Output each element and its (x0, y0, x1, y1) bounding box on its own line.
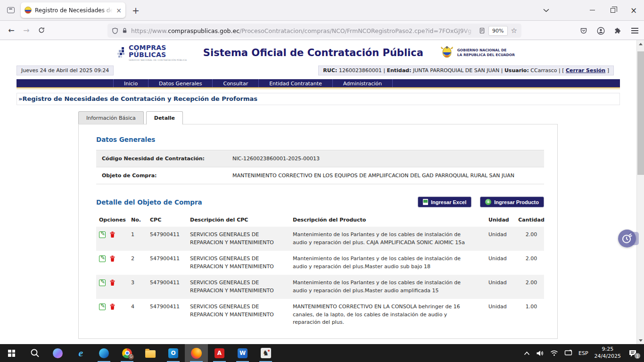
windows-taskbar: e G O A W ♞ ESP 9:25 24/4/2025 1 (0, 344, 644, 362)
floating-timer-widget[interactable] (618, 230, 636, 247)
ingresar-producto-button[interactable]: + Ingresar Producto (480, 197, 544, 207)
language-indicator[interactable]: ESP (578, 350, 588, 356)
lock-icon[interactable] (122, 27, 128, 34)
nav-item-datos-generales[interactable]: Datos Generales (149, 79, 213, 87)
nav-item-entidad-contratante[interactable]: Entidad Contratante (259, 79, 333, 87)
scrollbar-thumb[interactable] (637, 51, 644, 175)
datetime-box: Jueves 24 de Abril del 2025 09:24 (17, 66, 114, 75)
nav-item-administracion[interactable]: Administración (333, 79, 393, 87)
reader-mode-icon[interactable] (479, 27, 485, 34)
web-page: COMPRAS PÚBLICAS SERVICIO NACIONAL DE CO… (0, 40, 636, 344)
table-row: 1 547900411 SERVICIOS GENERALES DE REPAR… (96, 227, 544, 251)
tab-detalle[interactable]: Detalle (146, 111, 183, 124)
wifi-icon[interactable] (550, 350, 558, 356)
edge-icon[interactable] (92, 344, 116, 362)
plus-icon: + (485, 199, 491, 205)
logout-link[interactable]: Cerrar Sesión (566, 67, 605, 74)
pocket-icon[interactable] (580, 27, 587, 34)
account-icon[interactable] (597, 27, 605, 35)
nav-item-consultar[interactable]: Consultar (213, 79, 259, 87)
system-tray: ESP 9:25 24/4/2025 1 (524, 344, 644, 362)
acrobat-icon[interactable]: A (208, 344, 231, 362)
outlook-icon[interactable]: O (162, 344, 185, 362)
zoom-level-badge[interactable]: 90% (488, 26, 507, 36)
minimize-button[interactable] (582, 1, 603, 20)
clock[interactable]: 9:25 24/4/2025 (594, 346, 621, 360)
content-tabs: Información Básica Detalle (78, 111, 636, 124)
tab-title: Registro de Necesidades de Con (35, 7, 113, 14)
detail-panel: Datos Generales Código Necesidad de Cont… (78, 124, 558, 339)
datos-generales-table: Código Necesidad de Contratación: NIC-12… (96, 150, 544, 184)
reload-button[interactable] (34, 23, 49, 37)
internet-explorer-icon[interactable]: e (69, 344, 92, 362)
delete-icon[interactable] (109, 279, 116, 286)
page-title: »Registro de Necesidades de Contratación… (17, 93, 620, 105)
table-row: 4 547900411 SERVICIOS GENERALES DE REPAR… (96, 299, 544, 331)
detalle-heading: Detalle del Objeto de Compra (96, 198, 202, 206)
status-row: Jueves 24 de Abril del 2025 09:24 RUC: 1… (0, 63, 636, 75)
copilot-icon[interactable] (46, 344, 69, 362)
table-row: 2 547900411 SERVICIOS GENERALES DE REPAR… (96, 251, 544, 275)
firefox-view-icon[interactable] (5, 5, 17, 16)
delete-icon[interactable] (109, 231, 116, 238)
list-tabs-icon[interactable] (536, 1, 556, 20)
menu-icon[interactable] (631, 28, 638, 33)
file-explorer-icon[interactable] (139, 344, 162, 362)
site-favicon (25, 7, 32, 14)
ecuador-coat-of-arms-icon (440, 45, 454, 60)
excel-file-icon (423, 199, 428, 205)
tab-close-icon[interactable]: × (116, 7, 122, 14)
tab-informacion-basica[interactable]: Información Básica (78, 111, 144, 124)
logo-pixels-icon (117, 47, 126, 59)
edit-icon[interactable] (99, 280, 106, 286)
detail-section-header: Detalle del Objeto de Compra Ingresar Ex… (96, 197, 544, 207)
url-bar[interactable]: https://www.compraspublicas.gob.ec/Proce… (107, 24, 521, 38)
bookmark-star-icon[interactable]: ☆ (511, 26, 517, 35)
nav-item-inicio[interactable]: Inicio (113, 79, 149, 87)
clock-icon[interactable] (618, 230, 636, 247)
browser-toolbar: ← → https://www.compraspublicas.gob.ec/P… (0, 21, 644, 40)
shield-icon[interactable] (112, 27, 118, 34)
new-tab-button[interactable]: + (132, 5, 140, 16)
word-icon[interactable]: W (231, 344, 254, 362)
session-box: RUC: 1260023860001 | Entidad: JUNTA PARR… (318, 66, 614, 75)
start-button[interactable] (0, 344, 23, 362)
volume-icon[interactable] (536, 350, 544, 357)
edit-icon[interactable] (99, 255, 106, 262)
profile-badge: G (128, 354, 134, 360)
extensions-icon[interactable] (614, 27, 622, 34)
action-center-icon[interactable]: 1 (627, 348, 638, 358)
edit-icon[interactable] (99, 304, 106, 310)
government-banner: GOBIERNO NACIONAL DE LA REPUBLICA DEL EC… (440, 45, 515, 60)
screenshot-tool-icon[interactable]: ♞ (254, 344, 277, 362)
search-icon[interactable] (23, 344, 46, 362)
edit-icon[interactable] (99, 231, 106, 238)
browser-tab[interactable]: Registro de Necesidades de Con × (21, 2, 125, 18)
chrome-icon[interactable]: G (116, 344, 139, 362)
table-row: 3 547900411 SERVICIOS GENERALES DE REPAR… (96, 275, 544, 299)
ingresar-excel-button[interactable]: Ingresar Excel (418, 197, 471, 207)
firefox-icon[interactable] (185, 344, 208, 362)
url-text: https://www.compraspublicas.gob.ec/Proce… (131, 27, 476, 34)
compras-publicas-logo: COMPRAS PÚBLICAS SERVICIO NACIONAL DE CO… (117, 44, 187, 61)
restore-button[interactable] (603, 1, 623, 20)
delete-icon[interactable] (109, 303, 116, 310)
tray-chevron-icon[interactable] (524, 351, 530, 355)
site-title: Sistema Oficial de Contratación Pública (203, 47, 423, 58)
notification-badge: 1 (634, 353, 641, 359)
datos-generales-heading: Datos Generales (96, 136, 544, 143)
forward-button[interactable]: → (19, 23, 34, 37)
table-row: Objeto de Compra: MANTENIMIENTO CORRECTI… (96, 167, 544, 184)
table-header-row: Opciones No. CPC Descripción del CPC Des… (96, 214, 544, 227)
scroll-up-icon[interactable] (637, 40, 644, 48)
back-button[interactable]: ← (4, 23, 19, 37)
close-button[interactable]: × (623, 1, 644, 20)
scroll-down-icon[interactable] (637, 337, 644, 344)
delete-icon[interactable] (109, 255, 116, 262)
browser-titlebar: Registro de Necesidades de Con × + × (0, 0, 644, 21)
table-row: Código Necesidad de Contratación: NIC-12… (96, 150, 544, 167)
cast-icon[interactable] (564, 350, 572, 356)
products-table: Opciones No. CPC Descripción del CPC Des… (96, 214, 544, 331)
page-scrollbar[interactable] (636, 40, 644, 344)
main-navigation: Inicio Datos Generales Consultar Entidad… (17, 79, 620, 88)
